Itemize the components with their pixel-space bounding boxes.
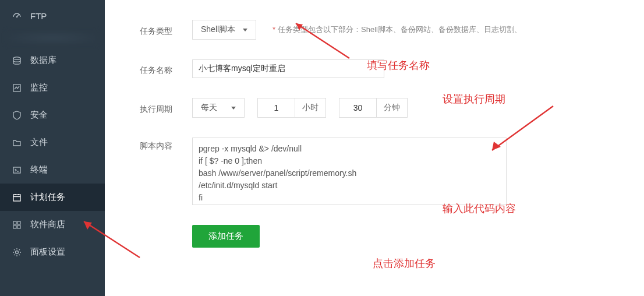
sidebar-item-ftp[interactable]: FTP bbox=[0, 2, 105, 29]
sidebar-item-files[interactable]: 文件 bbox=[0, 129, 105, 156]
svg-rect-10 bbox=[13, 221, 16, 224]
script-label: 脚本内容 bbox=[140, 138, 192, 151]
calendar-icon bbox=[12, 192, 22, 203]
sidebar-blur bbox=[0, 29, 105, 47]
svg-rect-11 bbox=[17, 221, 20, 224]
period-hour-unit: 小时 bbox=[295, 98, 326, 118]
caret-down-icon bbox=[231, 107, 236, 110]
sidebar-item-cron[interactable]: 计划任务 bbox=[0, 184, 105, 211]
sidebar-item-label: 软件商店 bbox=[30, 219, 65, 230]
sidebar-item-label: 数据库 bbox=[30, 55, 56, 66]
period-hour-input[interactable] bbox=[257, 98, 295, 118]
sidebar-item-database[interactable]: 数据库 bbox=[0, 47, 105, 74]
svg-rect-12 bbox=[13, 225, 16, 228]
period-minute-unit: 分钟 bbox=[376, 98, 408, 118]
sidebar-item-label: 计划任务 bbox=[30, 192, 65, 203]
period-freq-select[interactable]: 每天 bbox=[192, 98, 245, 118]
sidebar-item-software[interactable]: 软件商店 bbox=[0, 211, 105, 238]
sidebar-item-settings[interactable]: 面板设置 bbox=[0, 238, 105, 266]
sidebar-item-security[interactable]: 安全 bbox=[0, 101, 105, 129]
task-name-label: 任务名称 bbox=[140, 62, 192, 76]
period-minute-input[interactable] bbox=[339, 98, 376, 118]
svg-point-2 bbox=[13, 57, 20, 59]
task-name-input[interactable] bbox=[192, 59, 384, 78]
svg-rect-13 bbox=[17, 225, 20, 228]
grid-icon bbox=[12, 220, 22, 230]
gear-icon bbox=[12, 247, 22, 258]
task-type-select[interactable]: Shell脚本 bbox=[192, 20, 256, 40]
sidebar-item-label: 文件 bbox=[30, 137, 48, 148]
sidebar-item-label: FTP bbox=[30, 11, 47, 21]
shield-icon bbox=[12, 110, 22, 121]
sidebar-item-label: 监控 bbox=[30, 82, 48, 93]
task-type-value: Shell脚本 bbox=[201, 24, 235, 35]
sidebar-item-label: 安全 bbox=[30, 110, 48, 121]
period-freq-value: 每天 bbox=[201, 103, 217, 113]
anno-submit: 点击添加任务 bbox=[373, 256, 436, 270]
svg-rect-6 bbox=[13, 195, 20, 201]
database-icon bbox=[12, 55, 22, 66]
dashboard-icon bbox=[12, 10, 22, 21]
main-content: 任务类型 Shell脚本 *任务类型包含以下部分：Shell脚本、备份网站、备份… bbox=[105, 0, 644, 296]
sidebar-item-monitor[interactable]: 监控 bbox=[0, 74, 105, 101]
script-textarea[interactable] bbox=[192, 138, 507, 205]
sidebar: FTP 数据库 监控 安全 文件 bbox=[0, 0, 105, 296]
sidebar-item-label: 面板设置 bbox=[30, 246, 65, 258]
svg-point-14 bbox=[16, 251, 19, 253]
svg-line-1 bbox=[17, 15, 19, 17]
hint-text: 任务类型包含以下部分：Shell脚本、备份网站、备份数据库、日志切割、 bbox=[278, 25, 522, 34]
required-star: * bbox=[273, 25, 275, 34]
sidebar-item-terminal[interactable]: 终端 bbox=[0, 156, 105, 184]
chart-icon bbox=[12, 83, 22, 93]
submit-button[interactable]: 添加任务 bbox=[192, 225, 260, 248]
sidebar-item-label: 终端 bbox=[30, 164, 48, 175]
period-label: 执行周期 bbox=[140, 101, 192, 115]
folder-icon bbox=[12, 138, 22, 148]
task-type-hint: *任务类型包含以下部分：Shell脚本、备份网站、备份数据库、日志切割、 bbox=[273, 24, 522, 35]
task-type-label: 任务类型 bbox=[140, 23, 192, 37]
terminal-icon bbox=[12, 165, 22, 175]
caret-down-icon bbox=[243, 29, 247, 31]
